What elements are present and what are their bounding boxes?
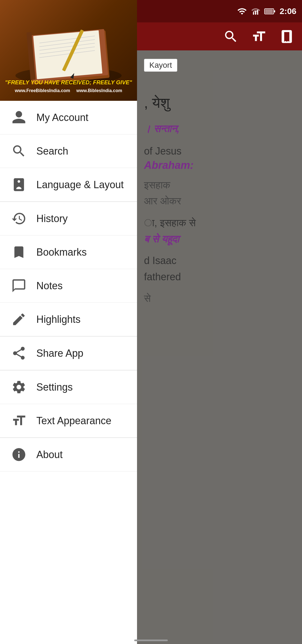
search-action-button[interactable] [221, 27, 240, 46]
sidebar-item-my-account[interactable]: My Account [0, 101, 137, 134]
settings-icon [10, 378, 28, 396]
svg-rect-21 [274, 10, 275, 12]
edit-icon [10, 310, 28, 328]
sidebar-item-bookmarks[interactable]: Bookmarks [0, 235, 137, 269]
sidebar-item-label-notes: Notes [36, 280, 63, 292]
notes-icon [10, 277, 28, 295]
info-icon [10, 445, 28, 464]
status-right: 2:06 [237, 6, 296, 16]
person-icon [10, 108, 28, 127]
svg-rect-18 [255, 11, 256, 15]
text-icon [10, 412, 28, 430]
battery-status-icon [264, 8, 275, 15]
svg-rect-3 [33, 30, 103, 79]
wifi-status-icon [237, 6, 247, 16]
header-quote: "FREELY YOU HAVE RECEIVED; FREELY GIVE" … [0, 78, 137, 94]
bible-book-svg [13, 11, 124, 90]
sidebar-item-about[interactable]: About [0, 438, 137, 472]
sidebar-item-history[interactable]: History [0, 202, 137, 235]
sidebar-item-label-about: About [36, 449, 63, 461]
sidebar-item-label-history: History [36, 213, 68, 225]
sidebar-item-label-search: Search [36, 145, 68, 157]
sidebar-item-language-layout[interactable]: Language & Layout [0, 168, 137, 202]
sidebar-item-label-share-app: Share App [36, 347, 83, 359]
sidebar-item-label-highlights: Highlights [36, 314, 81, 325]
share-icon [10, 344, 28, 362]
sidebar-item-search[interactable]: Search [0, 134, 137, 168]
sidebar-item-highlights[interactable]: Highlights [0, 303, 137, 336]
action-bar [137, 22, 302, 50]
svg-rect-19 [257, 10, 258, 15]
sidebar-item-label-text-appearance: Text Appearance [36, 415, 111, 427]
signal-status-icon [251, 6, 260, 16]
book-action-button[interactable] [277, 27, 296, 46]
bookmark-icon [10, 243, 28, 261]
sidebar-item-text-appearance[interactable]: Text Appearance [0, 404, 137, 438]
history-icon [10, 209, 28, 228]
sidebar-drawer: "FREELY YOU HAVE RECEIVED; FREELY GIVE" … [0, 0, 137, 644]
sidebar-item-notes[interactable]: Notes [0, 269, 137, 303]
menu-list: My Account Search Language & Layout [0, 101, 137, 644]
overlay-dim [137, 0, 302, 644]
status-time: 2:06 [280, 6, 296, 16]
scroll-indicator [134, 640, 168, 641]
header-image: "FREELY YOU HAVE RECEIVED; FREELY GIVE" … [0, 0, 137, 101]
svg-rect-17 [253, 12, 254, 15]
font-size-action-button[interactable] [249, 27, 268, 46]
search-icon [10, 142, 28, 160]
sidebar-item-label-my-account: My Account [36, 112, 88, 123]
sidebar-item-share-app[interactable]: Share App [0, 337, 137, 370]
svg-rect-22 [265, 9, 273, 13]
sidebar-item-label-language-layout: Language & Layout [36, 179, 124, 191]
sidebar-header: "FREELY YOU HAVE RECEIVED; FREELY GIVE" … [0, 0, 137, 101]
book-icon [10, 176, 28, 194]
sidebar-item-settings[interactable]: Settings [0, 370, 137, 404]
sidebar-item-label-bookmarks: Bookmarks [36, 246, 87, 258]
sidebar-item-label-settings: Settings [36, 381, 73, 393]
